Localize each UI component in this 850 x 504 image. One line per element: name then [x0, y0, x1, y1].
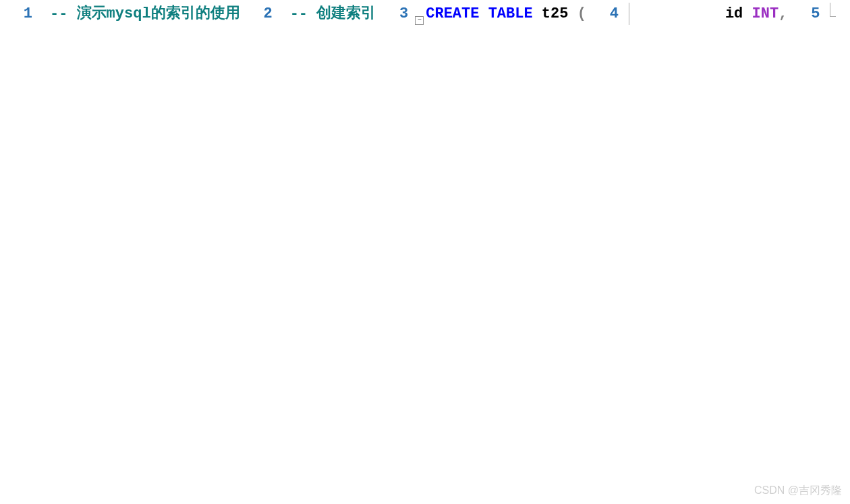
code-content: `name` VARCHAR(32));: [837, 3, 850, 25]
token-ident: t25: [533, 5, 577, 22]
line-number: 2: [240, 3, 279, 25]
token-ident: id: [636, 5, 752, 22]
fold-collapse-icon[interactable]: −: [415, 16, 424, 25]
token-ident: [837, 5, 850, 22]
token-symbol: (: [577, 5, 586, 22]
code-content: -- 演示mysql的索引的使用: [50, 3, 240, 25]
fold-gutter: [39, 3, 50, 25]
code-line: 5 `name` VARCHAR(32));: [787, 3, 850, 25]
token-symbol: ,: [778, 5, 787, 22]
code-line: 4 id INT,: [586, 3, 787, 25]
token-comment: -- 演示mysql的索引的使用: [50, 5, 240, 22]
code-editor: 1-- 演示mysql的索引的使用2-- 创建索引3−CREATE TABLE …: [0, 0, 850, 28]
fold-gutter: [279, 3, 290, 25]
line-number: 4: [586, 3, 625, 25]
fold-gutter[interactable]: −: [415, 3, 426, 25]
line-number: 3: [376, 3, 415, 25]
code-content: id INT,: [636, 3, 787, 25]
line-number: 5: [787, 3, 826, 25]
line-number: 1: [0, 3, 39, 25]
fold-gutter: [826, 3, 837, 25]
fold-gutter: [625, 3, 636, 25]
code-content: CREATE TABLE t25 (: [426, 3, 586, 25]
code-content: -- 创建索引: [290, 3, 376, 25]
code-line: 1-- 演示mysql的索引的使用: [0, 3, 240, 25]
code-line: 3−CREATE TABLE t25 (: [376, 3, 586, 25]
token-comment: -- 创建索引: [290, 5, 376, 22]
code-line: 2-- 创建索引: [240, 3, 376, 25]
token-keyword: CREATE TABLE: [426, 5, 532, 22]
token-type: INT: [752, 5, 779, 22]
